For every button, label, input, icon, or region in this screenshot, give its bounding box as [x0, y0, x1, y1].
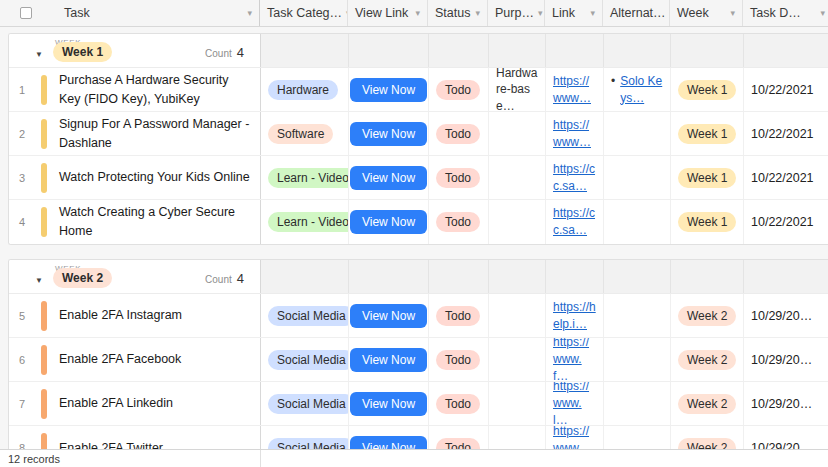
- column-header-task-due[interactable]: Task D… ▾: [743, 0, 828, 26]
- column-header-task[interactable]: Task ▾: [0, 0, 260, 26]
- link-cell[interactable]: https://help.i…: [546, 294, 604, 337]
- view-link-cell[interactable]: View Now: [349, 68, 429, 111]
- view-link-cell[interactable]: View Now: [349, 156, 429, 199]
- due-date-cell[interactable]: 10/22/2021: [744, 68, 828, 111]
- url-link[interactable]: https://cc.sa…: [553, 205, 596, 239]
- purpose-cell[interactable]: Hardware-base…: [489, 68, 546, 111]
- purpose-cell[interactable]: [489, 382, 546, 425]
- purpose-cell[interactable]: [489, 112, 546, 155]
- link-cell[interactable]: https://www.t…: [546, 426, 604, 449]
- status-cell[interactable]: Todo: [429, 156, 489, 199]
- status-cell[interactable]: Todo: [429, 200, 489, 244]
- week-cell[interactable]: Week 1: [671, 112, 744, 155]
- group-collapse-icon[interactable]: ▼: [35, 50, 43, 59]
- view-link-cell[interactable]: View Now: [349, 200, 429, 244]
- link-cell[interactable]: https://www…: [546, 112, 604, 155]
- status-cell[interactable]: Todo: [429, 68, 489, 111]
- purpose-cell[interactable]: [489, 156, 546, 199]
- week-cell[interactable]: Week 1: [671, 68, 744, 111]
- view-now-button[interactable]: View Now: [350, 166, 427, 190]
- view-link-cell[interactable]: View Now: [349, 338, 429, 381]
- alternative-cell[interactable]: • Solo Keys…: [604, 68, 671, 111]
- view-link-cell[interactable]: View Now: [349, 294, 429, 337]
- view-link-cell[interactable]: View Now: [349, 426, 429, 449]
- alternative-cell[interactable]: [604, 338, 671, 381]
- week-cell[interactable]: Week 2: [671, 294, 744, 337]
- url-link[interactable]: https://help.i…: [553, 299, 596, 333]
- chevron-down-icon[interactable]: ▾: [816, 8, 825, 18]
- category-cell[interactable]: Learn - Video: [261, 156, 349, 199]
- select-all-checkbox[interactable]: [20, 7, 32, 19]
- view-now-button[interactable]: View Now: [350, 122, 427, 146]
- task-cell[interactable]: 4 Watch Creating a Cyber Secure Home: [9, 200, 261, 244]
- view-link-cell[interactable]: View Now: [349, 382, 429, 425]
- week-cell[interactable]: Week 2: [671, 382, 744, 425]
- due-date-cell[interactable]: 10/29/20…: [744, 426, 828, 449]
- link-cell[interactable]: https://www.l…: [546, 382, 604, 425]
- week-cell[interactable]: Week 1: [671, 156, 744, 199]
- due-date-cell[interactable]: 10/29/20…: [744, 294, 828, 337]
- view-now-button[interactable]: View Now: [350, 304, 427, 328]
- week-cell[interactable]: Week 1: [671, 200, 744, 244]
- status-cell[interactable]: Todo: [429, 382, 489, 425]
- link-cell[interactable]: https://www.f…: [546, 338, 604, 381]
- status-cell[interactable]: Todo: [429, 426, 489, 449]
- alternative-cell[interactable]: [604, 382, 671, 425]
- link-cell[interactable]: https://cc.sa…: [546, 200, 604, 244]
- due-date-cell[interactable]: 10/22/2021: [744, 156, 828, 199]
- link-cell[interactable]: https://cc.sa…: [546, 156, 604, 199]
- view-now-button[interactable]: View Now: [350, 436, 427, 449]
- purpose-cell[interactable]: [489, 426, 546, 449]
- due-date-cell[interactable]: 10/22/2021: [744, 112, 828, 155]
- view-now-button[interactable]: View Now: [350, 348, 427, 372]
- task-cell[interactable]: 6 Enable 2FA Facebook: [9, 338, 261, 381]
- due-date-cell[interactable]: 10/22/2021: [744, 200, 828, 244]
- alternative-cell[interactable]: [604, 200, 671, 244]
- week-cell[interactable]: Week 2: [671, 338, 744, 381]
- category-cell[interactable]: Social Media: [261, 426, 349, 449]
- task-cell[interactable]: 5 Enable 2FA Instagram: [9, 294, 261, 337]
- category-cell[interactable]: Hardware: [261, 68, 349, 111]
- purpose-cell[interactable]: [489, 338, 546, 381]
- view-link-cell[interactable]: View Now: [349, 112, 429, 155]
- url-link[interactable]: https://www.f…: [553, 338, 596, 381]
- chevron-down-icon[interactable]: ▾: [726, 8, 735, 18]
- chevron-down-icon[interactable]: ▾: [411, 8, 420, 18]
- task-cell[interactable]: 3 Watch Protecting Your Kids Online: [9, 156, 261, 199]
- alternative-cell[interactable]: [604, 156, 671, 199]
- alternative-cell[interactable]: [604, 112, 671, 155]
- status-cell[interactable]: Todo: [429, 294, 489, 337]
- url-link[interactable]: https://www…: [553, 117, 596, 151]
- view-now-button[interactable]: View Now: [350, 210, 427, 234]
- task-cell[interactable]: 1 Purchase A Hardware Security Key (FIDO…: [9, 68, 261, 111]
- link-cell[interactable]: https://www…: [546, 68, 604, 111]
- url-link[interactable]: https://www.t…: [553, 426, 596, 449]
- week-cell[interactable]: Week 2: [671, 426, 744, 449]
- alternative-cell[interactable]: [604, 294, 671, 337]
- task-cell[interactable]: 2 Signup For A Password Manager - Dashla…: [9, 112, 261, 155]
- url-link[interactable]: https://www.l…: [553, 382, 596, 425]
- status-cell[interactable]: Todo: [429, 112, 489, 155]
- due-date-cell[interactable]: 10/29/20…: [744, 382, 828, 425]
- chevron-down-icon[interactable]: ▾: [471, 8, 480, 18]
- purpose-cell[interactable]: [489, 294, 546, 337]
- category-cell[interactable]: Social Media: [261, 382, 349, 425]
- column-header-view-link[interactable]: View Link ▾: [348, 0, 428, 26]
- category-cell[interactable]: Software: [261, 112, 349, 155]
- task-cell[interactable]: 7 Enable 2FA Linkedin: [9, 382, 261, 425]
- task-cell[interactable]: 8 Enable 2FA Twitter: [9, 426, 261, 449]
- view-now-button[interactable]: View Now: [350, 78, 427, 102]
- due-date-cell[interactable]: 10/29/20…: [744, 338, 828, 381]
- group-collapse-icon[interactable]: ▼: [35, 276, 43, 285]
- column-header-link[interactable]: Link ▾: [545, 0, 603, 26]
- alternative-cell[interactable]: [604, 426, 671, 449]
- url-link[interactable]: https://cc.sa…: [553, 161, 596, 195]
- column-header-category[interactable]: Task Categ… ▾: [260, 0, 348, 26]
- alternative-link[interactable]: Solo Keys…: [620, 73, 663, 107]
- chevron-down-icon[interactable]: ▾: [586, 8, 595, 18]
- category-cell[interactable]: Learn - Video: [261, 200, 349, 244]
- purpose-cell[interactable]: [489, 200, 546, 244]
- category-cell[interactable]: Social Media: [261, 338, 349, 381]
- column-header-alternative[interactable]: Alternat… ▾: [603, 0, 670, 26]
- chevron-down-icon[interactable]: ▾: [534, 8, 543, 18]
